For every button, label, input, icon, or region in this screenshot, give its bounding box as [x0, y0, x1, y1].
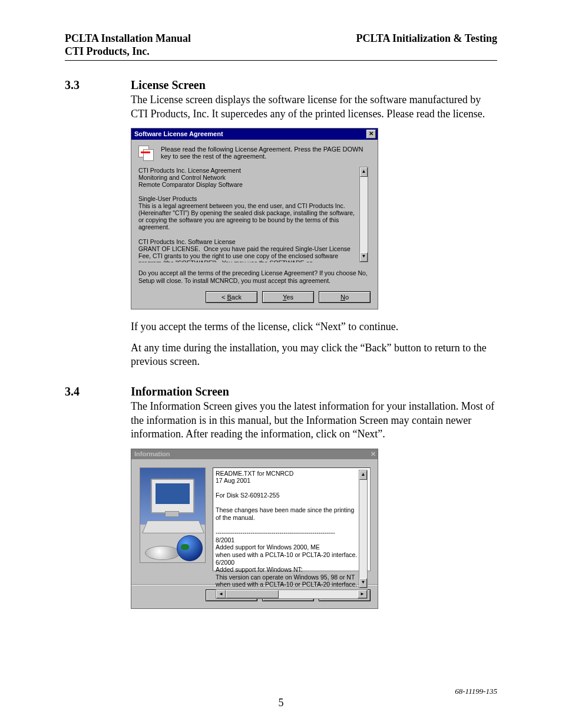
hscroll-track[interactable] [226, 590, 358, 598]
keyboard-icon [142, 521, 204, 533]
information-dialog-title: Information [134, 450, 170, 457]
section-3-4-para1: The Information Screen gives you the lat… [131, 400, 497, 441]
setup-computer-graphic [140, 467, 206, 563]
header-right-line1: PCLTA Initialization & Testing [356, 32, 497, 45]
license-dialog-title: Software License Agreement [134, 130, 223, 137]
scroll-right-icon[interactable]: ► [358, 590, 367, 598]
section-3-3-para1: The License screen displays the software… [131, 93, 497, 121]
license-dialog: Software License Agreement ✕ Please read… [131, 128, 378, 309]
cd-icon [145, 546, 180, 560]
close-icon[interactable]: ✕ [371, 450, 376, 458]
license-text-content: CTI Products Inc. License Agreement Moni… [138, 167, 359, 262]
section-3-3-para2: If you accept the terms of the license, … [131, 320, 497, 334]
information-text-content: README.TXT for MCNRCD 17 Aug 2001 For Di… [216, 470, 359, 589]
information-text-area: README.TXT for MCNRCD 17 Aug 2001 For Di… [213, 467, 371, 571]
back-button[interactable]: < Back [206, 291, 257, 303]
vertical-scrollbar[interactable]: ▲ ▼ [359, 470, 368, 589]
yes-button[interactable]: Yes [262, 291, 314, 303]
scroll-left-icon[interactable]: ◄ [216, 590, 226, 598]
monitor-icon [151, 479, 194, 513]
scroll-track[interactable] [360, 177, 368, 252]
globe-icon [177, 535, 203, 561]
license-text-area: CTI Products Inc. License Agreement Moni… [138, 167, 371, 262]
scroll-up-icon[interactable]: ▲ [360, 167, 368, 177]
horizontal-scrollbar[interactable]: ◄ ► [216, 589, 368, 599]
license-dialog-titlebar: Software License Agreement ✕ [131, 129, 378, 140]
scroll-down-icon[interactable]: ▼ [359, 578, 367, 588]
section-3-3-title: License Screen [131, 78, 206, 92]
footer-doc-number: 68-11199-135 [455, 687, 497, 696]
header-left-line1: PCLTA Installation Manual [65, 32, 191, 45]
close-icon[interactable]: ✕ [366, 130, 376, 139]
header-divider [65, 60, 497, 61]
scroll-up-icon[interactable]: ▲ [359, 470, 367, 480]
footer-page-number: 5 [0, 697, 562, 709]
section-3-4-number: 3.4 [65, 385, 131, 398]
section-3-4-title: Information Screen [131, 385, 229, 398]
section-3-3-para3: At any time during the installation, you… [131, 341, 497, 369]
license-instruction-text: Please read the following License Agreem… [161, 146, 371, 160]
scroll-down-icon[interactable]: ▼ [360, 252, 368, 262]
information-dialog: Information ✕ README.TXT for MCNRCD 17 A… [131, 449, 378, 609]
no-button[interactable]: No [319, 291, 371, 303]
license-accept-question: Do you accept all the terms of the prece… [138, 269, 371, 284]
vertical-scrollbar[interactable]: ▲ ▼ [359, 167, 368, 262]
header-left-line2: CTI Products, Inc. [65, 45, 191, 58]
information-dialog-titlebar: Information ✕ [131, 449, 378, 459]
section-3-3-number: 3.3 [65, 78, 131, 92]
license-docs-icon [138, 146, 155, 161]
scroll-track[interactable] [359, 480, 367, 579]
